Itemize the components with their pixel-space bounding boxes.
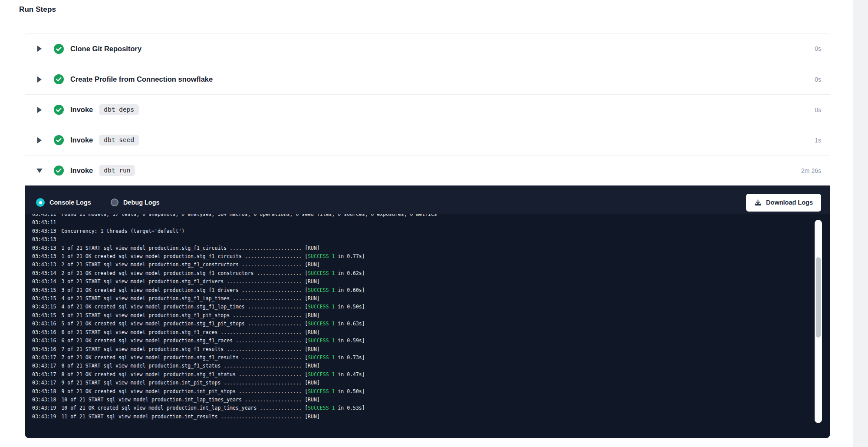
radio-selected-icon[interactable] [36,198,45,207]
chevron-right-icon[interactable] [37,76,42,83]
step-label: Create Profile from Connection snowflake [70,75,213,83]
log-scrollbar[interactable] [815,220,822,423]
step-label: Invoke [70,136,93,144]
run-steps-page: Run Steps Clone Git Repository 0s Create… [0,0,868,447]
step-label: Clone Git Repository [70,45,141,53]
step-duration: 0s [815,76,821,83]
check-circle-icon [54,44,64,54]
step-row-create-profile[interactable]: Create Profile from Connection snowflake… [25,64,830,94]
step-duration: 0s [815,106,821,113]
log-scrollbar-thumb[interactable] [816,257,821,338]
chevron-down-icon[interactable] [37,169,42,173]
debug-logs-radio[interactable]: Debug Logs [111,199,160,206]
command-chip: dbt deps [99,104,139,115]
check-circle-icon [54,166,64,175]
step-duration: 1s [815,137,821,144]
step-row-invoke-dbt-deps[interactable]: Invoke dbt deps 0s [25,94,830,125]
command-chip: dbt run [99,165,135,176]
download-icon [754,199,762,206]
debug-logs-label: Debug Logs [123,199,160,206]
download-logs-button[interactable]: Download Logs [746,194,821,212]
step-label: Invoke [70,106,93,114]
log-panel-header: Console Logs Debug Logs Download Logs [25,185,830,214]
command-chip: dbt seed [99,135,139,146]
radio-unselected-icon[interactable] [111,199,118,206]
chevron-right-icon[interactable] [37,46,42,52]
step-duration: 2m 26s [801,167,821,174]
chevron-right-icon[interactable] [37,107,42,113]
step-duration: 0s [815,45,821,52]
step-label: Invoke [70,166,93,175]
chevron-right-icon[interactable] [37,137,42,143]
step-row-invoke-dbt-run[interactable]: Invoke dbt run 2m 26s [25,155,830,185]
console-logs-label: Console Logs [49,199,91,206]
page-edge-strip [853,0,868,447]
log-panel: Console Logs Debug Logs Download Logs 03… [25,185,830,438]
run-steps-card: Clone Git Repository 0s Create Profile f… [25,33,830,438]
step-row-clone-git-repository[interactable]: Clone Git Repository 0s [25,33,830,64]
step-row-invoke-dbt-seed[interactable]: Invoke dbt seed 1s [25,125,830,155]
console-logs-radio[interactable]: Console Logs [36,198,91,207]
check-circle-icon [54,105,64,115]
download-logs-label: Download Logs [766,199,813,206]
log-type-radio-group: Console Logs Debug Logs [36,198,160,207]
page-title: Run Steps [19,5,56,14]
console-log-output[interactable]: 03:43:11Found 21 models, 17 tests, 0 sna… [25,214,830,438]
check-circle-icon [54,135,64,145]
log-lines: 03:43:11Found 21 models, 17 tests, 0 sna… [32,214,830,421]
check-circle-icon [54,74,64,84]
